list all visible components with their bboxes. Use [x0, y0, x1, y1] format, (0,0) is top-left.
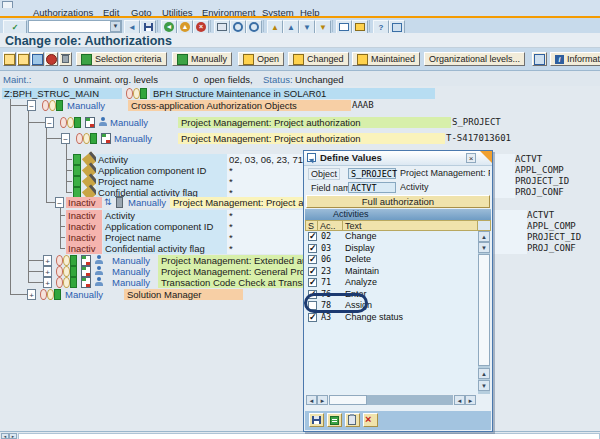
scroll-up-icon[interactable]: ▲	[478, 368, 490, 379]
collapse-icon[interactable]: −	[55, 197, 64, 208]
tree-row-inactive-field[interactable]: Inactiv Confidential activity flag *	[0, 243, 600, 254]
previous-page-icon[interactable]: ▲	[283, 20, 299, 34]
field-label[interactable]: Project name	[103, 232, 227, 243]
object-class-label[interactable]: Solution Manager	[124, 289, 243, 300]
next-page-icon[interactable]: ▼	[299, 20, 315, 34]
tree-row-object[interactable]: + Manually Project Management: Extended …	[0, 255, 600, 266]
changed-button[interactable]: Changed	[288, 52, 349, 66]
activity-row[interactable]: A3Change status	[305, 312, 478, 323]
column-header-text[interactable]: Text	[342, 220, 478, 231]
command-input[interactable]	[28, 20, 122, 33]
auth-object-label[interactable]: Project Management: Project authorizatio…	[178, 117, 451, 128]
save-icon[interactable]	[140, 20, 156, 34]
selection-criteria-button[interactable]: Selection criteria	[76, 52, 167, 66]
scroll-down-icon[interactable]: ▼	[478, 242, 490, 253]
tree-row-class[interactable]: − Manually Cross-application Authorizati…	[0, 100, 600, 111]
horizontal-scroll-thumb[interactable]	[329, 395, 367, 405]
scroll-left-icon[interactable]: ◄	[454, 395, 465, 405]
activity-checkbox[interactable]	[308, 278, 317, 287]
tree-row-object[interactable]: + Manually Project Management: General P…	[0, 266, 600, 277]
maintained-button[interactable]: Maintained	[352, 52, 420, 66]
scroll-up-icon[interactable]: ▲	[478, 231, 490, 242]
authorization-label[interactable]: Project Management: Project authorizatio…	[178, 133, 445, 144]
collapse-icon[interactable]: −	[61, 133, 70, 144]
first-page-icon[interactable]: ▲	[267, 20, 283, 34]
tree-row-root[interactable]: Z:BPH_STRUC_MAIN BPH Structure Maintenan…	[0, 88, 600, 99]
full-authorization-button[interactable]: Full authorization	[306, 195, 490, 208]
command-dropdown-icon[interactable]: ▼	[110, 21, 121, 32]
last-page-icon[interactable]: ▼	[315, 20, 331, 34]
legend-icon[interactable]	[31, 52, 44, 66]
scroll-left-icon[interactable]: ◄	[306, 395, 317, 405]
find-icon[interactable]	[230, 20, 246, 34]
field-label[interactable]: Activity	[103, 210, 227, 221]
scroll-left-icon[interactable]: ◄	[1, 433, 9, 439]
vertical-scroll-thumb[interactable]	[478, 254, 490, 366]
tree-row-inactive-field[interactable]: Inactiv Application component ID *	[0, 221, 600, 232]
tree-row-inactive-authorization[interactable]: − Inactiv ⇅ Manually Project Management:…	[0, 197, 600, 208]
close-icon[interactable]: ×	[466, 153, 476, 163]
activity-checkbox[interactable]	[308, 232, 317, 241]
cancel-button[interactable]: ×	[363, 413, 378, 427]
open-button[interactable]: Open	[238, 52, 284, 66]
move-icon[interactable]: ⇅	[104, 197, 112, 208]
scroll-right-icon[interactable]: ►	[317, 395, 328, 405]
field-label[interactable]: Application component ID	[96, 165, 227, 176]
back-f3-icon[interactable]: ◄	[161, 20, 177, 34]
expand-icon[interactable]: +	[43, 255, 52, 266]
activity-row[interactable]: 03Display	[305, 243, 478, 254]
collapse-icon[interactable]: −	[27, 100, 36, 111]
object-value[interactable]: S_PROJECT	[348, 168, 396, 179]
expand-icon[interactable]: +	[43, 277, 52, 288]
field-label[interactable]: Activity	[96, 154, 227, 165]
dialog-title-bar[interactable]: Define Values ×	[304, 151, 492, 166]
tree-row-object[interactable]: + Manually Transaction Code Check at Tra…	[0, 277, 600, 288]
transfer-values-button[interactable]	[327, 413, 342, 427]
tree-row-authorization[interactable]: − Manually Project Management: Project a…	[0, 133, 600, 144]
role-description[interactable]: BPH Structure Maintenance in SOLAR01	[150, 88, 435, 99]
exit-icon[interactable]: ▲	[177, 20, 193, 34]
role-name[interactable]: Z:BPH_STRUC_MAIN	[2, 88, 122, 99]
activity-checkbox[interactable]	[308, 255, 317, 264]
copy-button[interactable]	[345, 413, 360, 427]
activity-checkbox[interactable]	[308, 267, 317, 276]
expand-icon[interactable]: +	[43, 266, 52, 277]
activity-row[interactable]: 06Delete	[305, 254, 478, 265]
back-icon[interactable]: ◄	[124, 20, 140, 34]
activity-checkbox[interactable]	[308, 313, 317, 322]
grid-icon[interactable]	[532, 52, 547, 66]
information-button[interactable]: iInformation	[550, 52, 600, 66]
tree-row-class[interactable]: + Manually Solution Manager	[0, 289, 600, 300]
find-next-icon[interactable]	[246, 20, 262, 34]
tree-row-inactive-field[interactable]: Inactiv Activity *	[0, 210, 600, 221]
scroll-down-icon[interactable]: ▼	[478, 380, 490, 391]
delete-icon[interactable]	[59, 52, 72, 66]
save-button[interactable]	[309, 413, 324, 427]
collapse-node-icon[interactable]	[17, 52, 30, 66]
organizational-levels-button[interactable]: Organizational levels...	[424, 52, 525, 66]
new-session-icon[interactable]	[336, 20, 352, 34]
window-horizontal-scrollbar[interactable]	[18, 433, 600, 439]
activity-row[interactable]: 02Change	[305, 231, 478, 242]
trash-icon[interactable]	[116, 197, 123, 208]
customize-layout-icon[interactable]	[389, 20, 405, 34]
enter-button[interactable]: ✓	[3, 20, 27, 34]
scroll-right-icon[interactable]: ►	[465, 395, 476, 405]
field-label[interactable]: Project name	[96, 176, 227, 187]
expand-icon[interactable]: +	[27, 289, 36, 300]
collapse-icon[interactable]: −	[45, 117, 54, 128]
tree-row-inactive-field[interactable]: Inactiv Project name *	[0, 232, 600, 243]
manually-button[interactable]: Manually	[172, 52, 232, 66]
object-class-label[interactable]: Cross-application Authorization Objects	[128, 100, 351, 111]
print-icon[interactable]	[214, 20, 230, 34]
activity-row[interactable]: 23Maintain	[305, 266, 478, 277]
activity-row[interactable]: 71Analyze	[305, 277, 478, 288]
create-shortcut-icon[interactable]	[352, 20, 368, 34]
help-icon[interactable]: ?	[373, 20, 389, 34]
field-name-value[interactable]: ACTVT	[348, 182, 396, 193]
scroll-right-icon[interactable]: ►	[9, 433, 17, 439]
field-label[interactable]: Confidential activity flag	[103, 243, 227, 254]
cancel-icon[interactable]: ×	[193, 20, 209, 34]
sap-status-icon[interactable]	[45, 52, 58, 66]
column-header-ac[interactable]: Ac..	[317, 220, 343, 231]
